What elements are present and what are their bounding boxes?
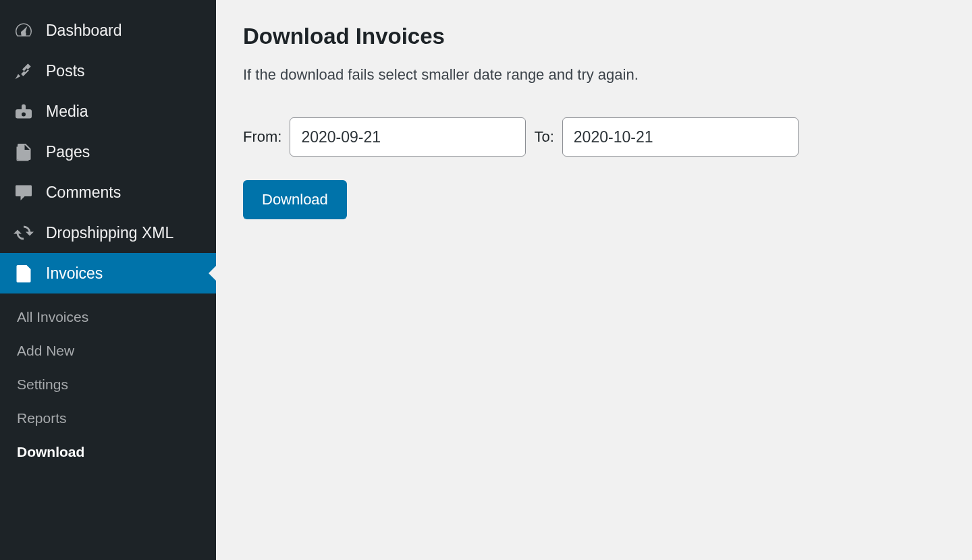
submenu-item-add-new[interactable]: Add New xyxy=(0,334,216,368)
sidebar-item-media[interactable]: Media xyxy=(0,91,216,132)
to-label: To: xyxy=(534,128,554,146)
date-range-row: From: To: xyxy=(243,117,945,157)
comments-icon xyxy=(14,182,34,202)
sidebar-item-label: Dashboard xyxy=(46,22,122,40)
sidebar-item-pages[interactable]: Pages xyxy=(0,132,216,172)
invoices-submenu: All Invoices Add New Settings Reports Do… xyxy=(0,293,216,479)
main-content: Download Invoices If the download fails … xyxy=(216,0,972,560)
pin-icon xyxy=(14,61,34,81)
admin-sidebar: Dashboard Posts Media Pages Comments Dro… xyxy=(0,0,216,560)
page-title: Download Invoices xyxy=(243,24,945,49)
invoice-icon xyxy=(14,263,34,283)
help-text: If the download fails select smaller dat… xyxy=(243,66,945,84)
to-date-input[interactable] xyxy=(562,117,799,157)
pages-icon xyxy=(14,142,34,162)
sidebar-item-label: Comments xyxy=(46,184,121,202)
sync-icon xyxy=(14,223,34,243)
submenu-item-download[interactable]: Download xyxy=(0,435,216,469)
sidebar-item-label: Dropshipping XML xyxy=(46,224,173,242)
sidebar-item-label: Pages xyxy=(46,143,90,161)
sidebar-item-posts[interactable]: Posts xyxy=(0,51,216,91)
sidebar-item-comments[interactable]: Comments xyxy=(0,172,216,213)
submenu-item-settings[interactable]: Settings xyxy=(0,368,216,401)
sidebar-item-dashboard[interactable]: Dashboard xyxy=(0,10,216,51)
media-icon xyxy=(14,101,34,121)
sidebar-item-label: Posts xyxy=(46,62,85,80)
submenu-item-reports[interactable]: Reports xyxy=(0,401,216,435)
submenu-item-all-invoices[interactable]: All Invoices xyxy=(0,300,216,334)
from-label: From: xyxy=(243,128,281,146)
from-date-input[interactable] xyxy=(290,117,526,157)
sidebar-item-invoices[interactable]: Invoices xyxy=(0,253,216,293)
sidebar-item-label: Media xyxy=(46,103,88,121)
sidebar-item-dropshipping[interactable]: Dropshipping XML xyxy=(0,213,216,253)
sidebar-item-label: Invoices xyxy=(46,264,103,283)
download-button[interactable]: Download xyxy=(243,180,347,219)
dashboard-icon xyxy=(14,20,34,40)
